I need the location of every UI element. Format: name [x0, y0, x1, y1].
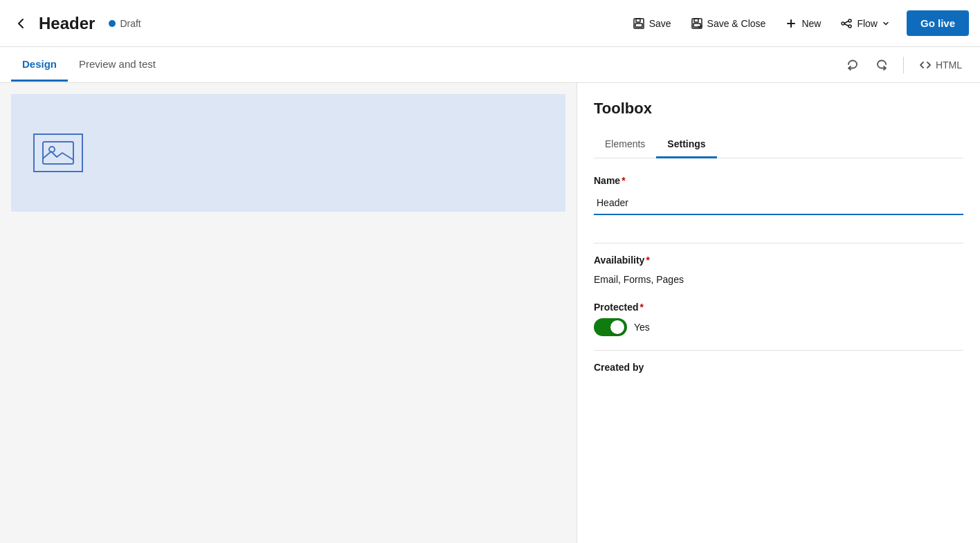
topbar-left: Header Draft	[11, 14, 619, 33]
svg-point-8	[849, 25, 851, 28]
tabs-divider	[903, 57, 904, 73]
toggle-yes-label: Yes	[634, 322, 650, 333]
page-title: Header	[39, 14, 95, 33]
undo-button[interactable]	[840, 53, 866, 77]
protected-required-star: *	[640, 302, 644, 313]
svg-rect-2	[635, 24, 642, 27]
canvas-area	[0, 83, 577, 543]
tab-settings[interactable]: Settings	[656, 131, 716, 158]
draft-badge: Draft	[109, 18, 140, 29]
save-close-label: Save & Close	[707, 18, 766, 29]
availability-field-label: Availability*	[594, 255, 963, 266]
save-button[interactable]: Save	[624, 12, 680, 35]
tabs-left: Design Preview and test	[11, 48, 840, 81]
svg-rect-9	[43, 142, 73, 164]
protected-toggle[interactable]	[594, 318, 627, 336]
flow-label: Flow	[857, 18, 878, 29]
save-label: Save	[649, 18, 671, 29]
tabs-right: HTML	[840, 53, 969, 77]
section-divider-1	[594, 243, 963, 243]
main-content: Toolbox Elements Settings Name* Availabi…	[0, 83, 980, 543]
flow-button[interactable]: Flow	[832, 12, 898, 35]
svg-rect-1	[636, 19, 640, 22]
back-button[interactable]	[11, 14, 30, 33]
topbar: Header Draft Save Save & Close	[0, 0, 980, 47]
new-label: New	[801, 18, 821, 29]
name-field-label: Name*	[594, 175, 963, 186]
availability-required-star: *	[646, 255, 649, 266]
code-icon	[919, 59, 932, 71]
protected-field-label: Protected*	[594, 302, 963, 313]
tab-preview[interactable]: Preview and test	[68, 48, 167, 82]
redo-button[interactable]	[869, 53, 895, 77]
created-by-group: Created by	[594, 362, 963, 373]
go-live-label: Go live	[920, 17, 955, 29]
availability-value: Email, Forms, Pages	[594, 271, 963, 288]
canvas-image-block[interactable]	[11, 94, 565, 212]
html-button[interactable]: HTML	[912, 55, 969, 75]
svg-rect-5	[693, 24, 700, 27]
name-input[interactable]	[594, 192, 963, 215]
svg-point-7	[849, 19, 851, 22]
protected-field-group: Protected* Yes	[594, 302, 963, 336]
toggle-row: Yes	[594, 318, 963, 336]
toolbox-tabs: Elements Settings	[594, 131, 963, 158]
save-close-button[interactable]: Save & Close	[682, 12, 774, 35]
chevron-down-icon	[882, 19, 890, 28]
svg-point-6	[842, 22, 844, 25]
tab-elements[interactable]: Elements	[594, 131, 656, 158]
name-field-group: Name*	[594, 175, 963, 229]
name-required-star: *	[621, 175, 625, 186]
toggle-knob	[610, 320, 624, 334]
html-label: HTML	[936, 59, 962, 71]
tabs-bar: Design Preview and test HTML	[0, 47, 980, 83]
new-button[interactable]: New	[777, 12, 829, 35]
topbar-right: Save Save & Close New Flow	[624, 10, 969, 36]
svg-rect-4	[694, 19, 698, 22]
canvas-inner	[11, 94, 565, 212]
draft-label: Draft	[120, 18, 140, 29]
created-by-label: Created by	[594, 362, 963, 373]
image-placeholder-icon	[33, 134, 83, 172]
tab-design[interactable]: Design	[11, 48, 68, 82]
go-live-button[interactable]: Go live	[907, 10, 969, 36]
toolbox-panel: Toolbox Elements Settings Name* Availabi…	[577, 83, 980, 543]
draft-dot-icon	[109, 20, 116, 27]
availability-field-group: Availability* Email, Forms, Pages	[594, 255, 963, 288]
toolbox-title: Toolbox	[594, 100, 963, 118]
section-divider-2	[594, 350, 963, 351]
